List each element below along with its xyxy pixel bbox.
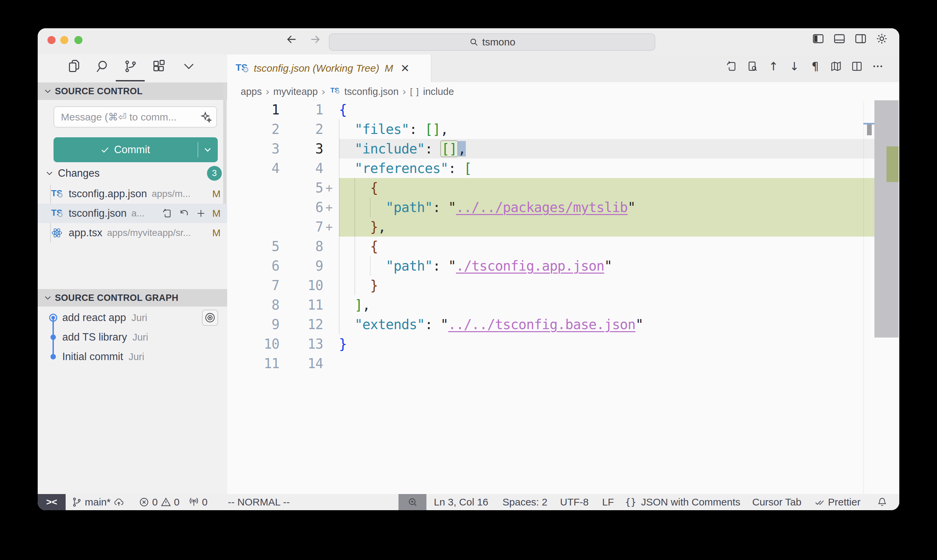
remote-indicator[interactable]: >< <box>38 494 66 510</box>
old-line-number: 3 <box>227 139 279 158</box>
commit-button[interactable]: Commit <box>54 137 218 162</box>
explorer-icon[interactable] <box>67 59 82 74</box>
editor-scrollbar[interactable] <box>874 100 899 338</box>
code-line-6[interactable]: 6+ "path": "../../packages/mytslib" <box>227 198 874 217</box>
code-editor[interactable]: 11{22 "files": [],33 "include": [],44 "r… <box>227 100 874 373</box>
back-icon[interactable] <box>285 33 298 46</box>
toggle-secondary-sidebar-icon[interactable] <box>854 32 867 45</box>
formatter-item[interactable]: Prettier <box>814 494 861 510</box>
vim-mode-indicator[interactable]: -- NORMAL -- <box>228 494 290 510</box>
ports-item[interactable]: 0 <box>188 494 208 510</box>
code-line-11[interactable]: 811 ], <box>227 295 874 315</box>
split-editor-icon[interactable] <box>851 60 863 72</box>
close-window-button[interactable] <box>48 36 55 44</box>
commit-row[interactable]: add TS libraryJuri <box>38 328 227 347</box>
old-line-number: 7 <box>227 275 279 295</box>
commit-row[interactable]: Initial commitJuri <box>38 347 227 366</box>
open-file-icon[interactable] <box>162 208 173 219</box>
change-row-tsconfig.json[interactable]: TStsconfig.jsona...M <box>38 204 227 223</box>
code-line-1[interactable]: 11{ <box>227 100 874 120</box>
breadcrumb-symbol[interactable]: include <box>423 86 454 97</box>
source-control-icon[interactable] <box>123 59 138 74</box>
maximize-window-button[interactable] <box>74 36 83 44</box>
source-control-section-header[interactable]: SOURCE CONTROL <box>38 82 227 100</box>
code-line-12[interactable]: 912 "extends": "../../tsconfig.base.json… <box>227 315 874 334</box>
old-line-number: 5 <box>227 237 279 256</box>
chevron-down-icon <box>43 87 52 95</box>
goto-current-commit-button[interactable] <box>202 309 218 326</box>
change-row-app.tsx[interactable]: app.tsxapps/myviteapp/sr...M <box>38 223 227 243</box>
errors-warnings-item[interactable]: 0 0 <box>138 494 179 510</box>
indentation-item[interactable]: Spaces: 2 <box>503 494 547 510</box>
additional-views-chevron-icon[interactable] <box>182 59 196 74</box>
error-count: 0 <box>152 496 158 508</box>
tab-modified-badge: M <box>385 63 393 74</box>
modified-badge: M <box>210 227 223 238</box>
code-line-2[interactable]: 22 "files": [], <box>227 120 874 139</box>
breadcrumb-myviteapp[interactable]: myviteapp <box>273 86 318 97</box>
more-actions-icon[interactable] <box>872 60 884 72</box>
breadcrumb-apps[interactable]: apps <box>241 86 262 97</box>
zoom-status-item[interactable] <box>398 494 426 510</box>
commit-dropdown-chevron-icon[interactable] <box>202 145 213 155</box>
map-icon[interactable] <box>830 60 842 72</box>
code-line-8[interactable]: 58 { <box>227 237 874 256</box>
source-control-graph-header[interactable]: SOURCE CONTROL GRAPH <box>38 289 227 306</box>
minimize-window-button[interactable] <box>60 36 68 44</box>
render-whitespace-icon[interactable]: ¶ <box>809 60 821 72</box>
notifications-bell-icon[interactable] <box>877 494 888 510</box>
code-line-10[interactable]: 710 } <box>227 275 874 295</box>
commit-row[interactable]: add react appJuri <box>38 308 227 328</box>
stage-changes-icon[interactable] <box>195 208 206 219</box>
code-text: } <box>339 275 378 295</box>
search-value: tsmono <box>482 36 515 48</box>
toggle-primary-sidebar-icon[interactable] <box>812 32 825 45</box>
changes-list: TStsconfig.app.jsonapps/m...MTStsconfig.… <box>38 184 227 243</box>
forward-icon[interactable] <box>309 33 322 46</box>
extensions-icon[interactable] <box>151 59 166 74</box>
breadcrumb-file[interactable]: tsconfig.json <box>344 86 398 97</box>
code-line-7[interactable]: 7+ }, <box>227 217 874 237</box>
tab-close-icon[interactable]: ✕ <box>400 62 409 75</box>
git-branch-icon <box>71 497 82 508</box>
sidebar-scrollbar[interactable] <box>223 82 226 204</box>
tab-tsconfig-json-working-tree[interactable]: TS tsconfig.json (Working Tree) M ✕ <box>227 54 431 82</box>
cursor-position-item[interactable]: Ln 3, Col 16 <box>434 494 488 510</box>
change-row-tsconfig.app.json[interactable]: TStsconfig.app.jsonapps/m...M <box>38 184 227 204</box>
search-icon[interactable] <box>95 59 109 74</box>
new-line-number: 3 <box>279 139 323 158</box>
code-line-4[interactable]: 44 "references": [ <box>227 158 874 178</box>
previous-change-icon[interactable]: ↑ <box>767 60 780 72</box>
code-line-14[interactable]: 1114 <box>227 354 874 373</box>
commit-message-input[interactable]: Message (⌘⏎ to comm... <box>54 106 217 128</box>
code-line-3[interactable]: 33 "include": [], <box>227 139 874 158</box>
code-line-9[interactable]: 69 "path": "./tsconfig.app.json" <box>227 256 874 275</box>
sidebar: SOURCE CONTROL Message (⌘⏎ to comm... Co… <box>38 54 227 494</box>
code-text: "path": "./tsconfig.app.json" <box>339 256 612 275</box>
code-line-5[interactable]: 5+ { <box>227 178 874 198</box>
new-line-number: 12 <box>279 315 323 334</box>
open-file-icon[interactable] <box>726 60 738 72</box>
open-changes-icon[interactable] <box>746 60 759 72</box>
next-change-icon[interactable]: ↓ <box>788 60 800 72</box>
code-text: } <box>339 334 347 354</box>
code-line-13[interactable]: 1013} <box>227 334 874 354</box>
toggle-panel-icon[interactable] <box>833 32 846 45</box>
tab-label: tsconfig.json (Working Tree) <box>254 63 379 74</box>
encoding-item[interactable]: UTF-8 <box>560 494 589 510</box>
commit-head-dot <box>49 313 58 322</box>
new-line-number: 1 <box>279 100 323 120</box>
command-center-search[interactable]: tsmono <box>329 33 655 51</box>
cursor-tab-item[interactable]: Cursor Tab <box>752 494 802 510</box>
branch-status-item[interactable]: main* <box>71 494 124 510</box>
settings-gear-icon[interactable] <box>875 32 888 45</box>
commit-split-separator <box>198 142 198 157</box>
code-text: { <box>339 237 378 256</box>
changes-header[interactable]: Changes 3 <box>38 163 227 183</box>
language-mode-item[interactable]: {}JSON with Comments <box>625 494 740 510</box>
discard-changes-icon[interactable] <box>179 208 189 219</box>
check-icon <box>100 145 110 155</box>
breadcrumbs: apps›myviteapp›TStsconfig.json›[ ]includ… <box>241 82 454 101</box>
eol-item[interactable]: LF <box>602 494 614 510</box>
copilot-sparkle-icon[interactable] <box>200 111 212 123</box>
